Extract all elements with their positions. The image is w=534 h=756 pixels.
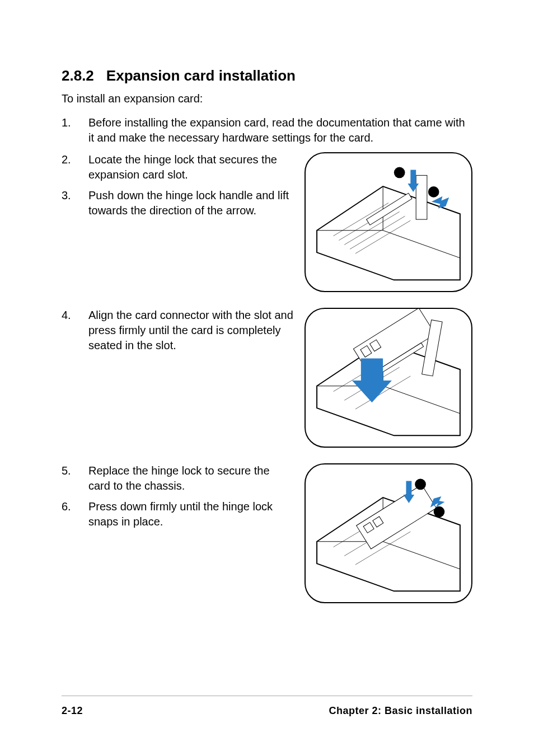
step-item: 6. Press down firmly until the hinge loc…	[62, 499, 293, 529]
step-number: 4.	[62, 308, 88, 353]
page-footer: 2-12 Chapter 2: Basic installation	[62, 696, 472, 717]
svg-point-12	[428, 186, 439, 198]
svg-point-11	[394, 167, 405, 179]
svg-point-39	[434, 506, 445, 518]
section-title: Expansion card installation	[106, 67, 296, 84]
chapter-label: Chapter 2: Basic installation	[329, 705, 472, 717]
step-item: 3. Push down the hinge lock handle and l…	[62, 188, 293, 218]
svg-marker-41	[430, 496, 445, 508]
step-item: 2. Locate the hinge lock that secures th…	[62, 152, 293, 182]
step-text: Before installing the expansion card, re…	[88, 115, 472, 145]
step-number: 2.	[62, 152, 88, 182]
intro-text: To install an expansion card:	[62, 92, 472, 105]
step-text: Replace the hinge lock to secure the car…	[88, 463, 293, 494]
svg-point-38	[415, 479, 426, 490]
step-list: 4. Align the card connector with the slo…	[62, 308, 293, 353]
step-number: 1.	[62, 115, 88, 145]
step-text: Align the card connector with the slot a…	[88, 308, 293, 353]
page-number: 2-12	[62, 705, 83, 717]
content-row: 5. Replace the hinge lock to secure the …	[62, 463, 472, 603]
figure-hinge-lock-open	[305, 152, 472, 292]
step-list: 2. Locate the hinge lock that secures th…	[62, 152, 293, 218]
document-page: 2.8.2 Expansion card installation To ins…	[0, 0, 534, 756]
step-list: 1. Before installing the expansion card,…	[62, 115, 472, 145]
step-item: 1. Before installing the expansion card,…	[62, 115, 472, 145]
svg-rect-10	[416, 175, 427, 219]
content-row: 2. Locate the hinge lock that secures th…	[62, 152, 472, 292]
step-list: 5. Replace the hinge lock to secure the …	[62, 463, 293, 529]
step-item: 4. Align the card connector with the slo…	[62, 308, 293, 353]
step-item: 5. Replace the hinge lock to secure the …	[62, 463, 293, 494]
step-number: 6.	[62, 499, 88, 529]
content-row: 4. Align the card connector with the slo…	[62, 308, 472, 448]
figure-hinge-lock-close	[305, 463, 472, 603]
step-text: Locate the hinge lock that secures the e…	[88, 152, 293, 182]
figure-card-insert	[305, 308, 472, 448]
section-heading: 2.8.2 Expansion card installation	[62, 67, 472, 84]
step-number: 5.	[62, 463, 88, 494]
step-text: Push down the hinge lock handle and lift…	[88, 188, 293, 218]
step-text: Press down firmly until the hinge lock s…	[88, 499, 293, 529]
section-number: 2.8.2	[62, 67, 94, 84]
step-number: 3.	[62, 188, 88, 218]
